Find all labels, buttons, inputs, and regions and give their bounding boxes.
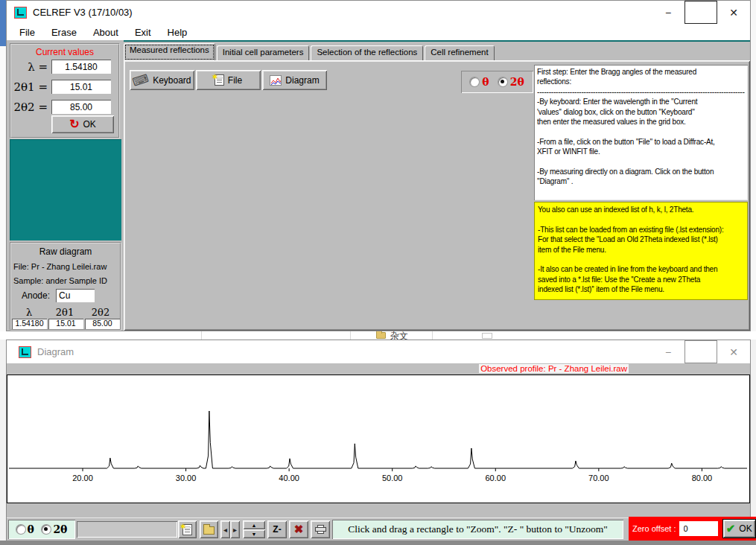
menu-erase[interactable]: Erase — [43, 25, 85, 39]
tab-measured-reflections[interactable]: Measured reflections — [124, 43, 215, 61]
tab-initial-cell-parameters[interactable]: Initial cell parameters — [217, 45, 310, 61]
keyboard-icon: ⌨ — [131, 71, 150, 89]
file-button-label: File — [228, 75, 242, 86]
scroll-right-button[interactable]: ▸ — [230, 520, 240, 538]
two-theta-radio-icon — [42, 525, 51, 534]
unzoom-button[interactable]: Z- — [267, 520, 287, 538]
svg-text:60.00: 60.00 — [486, 474, 506, 482]
toolbar-path-input[interactable] — [77, 521, 177, 538]
taskbar-sliver — [0, 541, 756, 545]
raw-diagram-box: Raw diagram File: Pr - Zhang Leilei.raw … — [10, 242, 121, 331]
tab-cell-refinement[interactable]: Cell refinement — [425, 45, 494, 61]
main-window-title: CELREF V3 (17/10/03) — [33, 7, 133, 18]
celref-app-icon — [19, 346, 31, 358]
two-theta-radio-option[interactable]: 2θ — [42, 523, 67, 535]
svg-text:70.00: 70.00 — [588, 474, 609, 482]
menu-help[interactable]: Help — [159, 25, 196, 39]
svg-text:30.00: 30.00 — [176, 474, 197, 482]
print-button[interactable] — [311, 520, 330, 538]
raw-diagram-title: Raw diagram — [11, 246, 120, 257]
lambda-label: λ = — [13, 60, 51, 74]
background-icon-outline — [482, 333, 492, 339]
toolbar-angle-groupbox: θ 2θ — [8, 520, 75, 539]
indexed-list-note-panel: You also can use an indexed list of h, k… — [534, 202, 748, 300]
theta-radio-option[interactable]: θ — [470, 76, 489, 88]
divider — [432, 331, 433, 340]
divider — [201, 331, 202, 340]
theta-radio-label: θ — [482, 76, 489, 88]
tab-selection-of-reflections[interactable]: Selection of the reflections — [311, 45, 423, 61]
folder-icon — [376, 332, 386, 339]
diagram-button-label: Diagram — [285, 75, 319, 86]
teal-panel — [10, 139, 121, 240]
diagram-button[interactable]: Diagram — [262, 70, 327, 90]
reload-icon: ↻ — [69, 119, 79, 130]
diagram-titlebar[interactable]: Diagram − ✕ — [7, 340, 750, 363]
header-theta2: 2θ2 — [83, 307, 118, 318]
minimize-button[interactable]: − — [652, 340, 684, 363]
background-explorer-strip: 杂文 — [0, 331, 756, 340]
svg-text:40.00: 40.00 — [279, 474, 299, 482]
theta-radio-label: θ — [28, 523, 34, 535]
delete-button[interactable]: ✖ — [289, 520, 308, 538]
value-theta1: 15.01 — [48, 319, 83, 331]
zoom-hint-status: Click and drag a rectangle to "Zoom". "Z… — [332, 520, 623, 539]
close-button[interactable]: ✕ — [717, 340, 750, 363]
main-titlebar[interactable]: CELREF V3 (17/10/03) − ✕ — [7, 1, 750, 24]
maximize-button[interactable] — [684, 340, 717, 363]
spin-down-button[interactable]: ▼ — [243, 529, 265, 538]
diagram-icon — [270, 75, 282, 86]
sparkle-icon: ✶ — [180, 522, 186, 532]
arrow-up-icon: ▲ — [252, 523, 257, 528]
anode-input[interactable]: Cu — [56, 289, 95, 302]
xrd-chart[interactable]: 20.0030.0040.0050.0060.0070.0080.00 — [7, 375, 750, 503]
check-icon: ✔ — [726, 522, 736, 535]
intensity-spinner: ▲ ▼ — [243, 520, 265, 538]
celref-main-window: CELREF V3 (17/10/03) − ✕ File Erase Abou… — [6, 0, 751, 331]
two-theta-radio-option[interactable]: 2θ — [498, 76, 524, 88]
menu-about[interactable]: About — [85, 25, 127, 39]
current-values-ok-button[interactable]: ↻ OK — [51, 115, 114, 133]
save-list-button[interactable]: ✶ — [178, 520, 197, 538]
spin-up-button[interactable]: ▲ — [243, 520, 265, 529]
xrd-plot: 20.0030.0040.0050.0060.0070.0080.00 — [7, 375, 749, 503]
two-theta-radio-icon — [498, 77, 507, 86]
menu-file[interactable]: File — [11, 25, 43, 39]
arrow-left-icon: ◂ — [223, 526, 227, 534]
zero-offset-ok-button[interactable]: ✔ OK — [722, 519, 756, 538]
main-content: Current values λ = 2θ1 = 2θ2 = ↻ OK Raw … — [7, 40, 750, 331]
file-button[interactable]: ✶ File — [196, 70, 261, 90]
maximize-button[interactable] — [684, 1, 717, 24]
content-top-rule — [124, 40, 750, 42]
theta-radio-option[interactable]: θ — [16, 523, 34, 535]
document-icon: ✶ — [182, 524, 192, 535]
header-theta1: 2θ1 — [47, 307, 83, 318]
keyboard-button[interactable]: ⌨ Keyboard — [130, 70, 194, 90]
svg-text:80.00: 80.00 — [692, 474, 713, 482]
close-button[interactable]: ✕ — [717, 1, 750, 24]
zero-offset-label: Zero offset : — [632, 524, 676, 533]
ok-label: OK — [83, 119, 96, 130]
current-values-box: Current values λ = 2θ1 = 2θ2 = ↻ OK — [10, 43, 120, 138]
desktop-right-margin — [751, 0, 756, 331]
angle-mode-groupbox: θ 2θ — [461, 71, 533, 93]
header-lambda: λ — [11, 307, 47, 318]
raw-diagram-sample: Sample: ander Sample ID — [13, 276, 120, 285]
minimize-button[interactable]: − — [652, 1, 684, 24]
open-file-button[interactable] — [200, 520, 218, 538]
theta-radio-icon — [16, 525, 25, 534]
zero-offset-input[interactable] — [679, 521, 718, 536]
diagram-window-title: Diagram — [37, 346, 74, 357]
menu-exit[interactable]: Exit — [127, 25, 159, 39]
divider — [350, 331, 351, 340]
two-theta-radio-label: 2θ — [53, 523, 67, 535]
theta1-input[interactable] — [51, 80, 111, 94]
lambda-input[interactable] — [51, 60, 111, 74]
value-theta2: 85.00 — [85, 319, 120, 331]
scroll-left-button[interactable]: ◂ — [220, 520, 230, 538]
zero-offset-zone: Zero offset : ✔ OK — [629, 517, 756, 541]
value-lambda: 1.54180 — [12, 319, 47, 331]
theta2-input[interactable] — [51, 100, 111, 114]
raw-diagram-table-values: 1.54180 15.01 85.00 — [11, 319, 120, 331]
theta2-label: 2θ2 = — [13, 101, 51, 114]
